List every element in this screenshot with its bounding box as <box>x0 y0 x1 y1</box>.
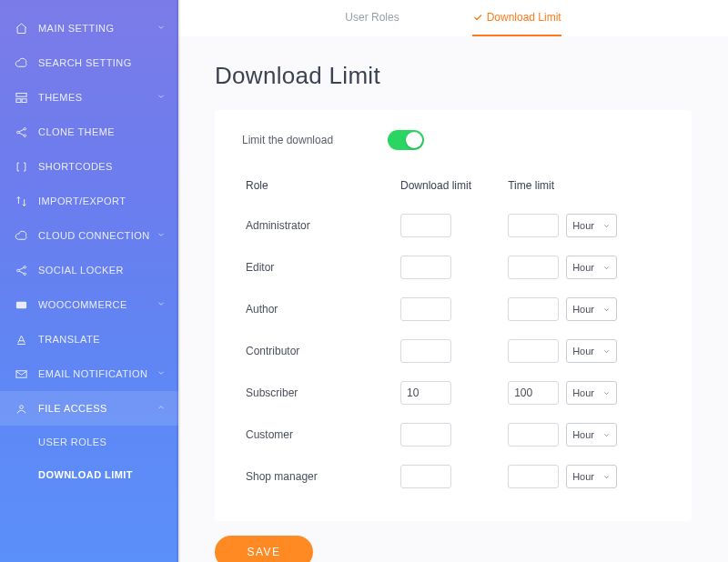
time-unit-value: Hour <box>572 387 594 398</box>
user-icon <box>13 402 29 416</box>
sidebar-item-label: EMAIL NOTIFICATION <box>38 368 147 379</box>
svg-rect-10 <box>15 370 25 377</box>
time-limit-input[interactable] <box>508 297 559 321</box>
sidebar-item-label: MAIN SETTING <box>38 23 115 34</box>
svg-point-11 <box>19 405 23 408</box>
download-limit-input[interactable] <box>400 423 451 447</box>
table-row: CustomerHour <box>242 414 664 456</box>
table-row: ContributorHour <box>242 330 664 372</box>
role-cell: Shop manager <box>242 456 397 497</box>
sidebar-item-clone-theme[interactable]: CLONE THEME <box>0 115 178 149</box>
roles-table: Role Download limit Time limit Administr… <box>242 172 664 497</box>
time-unit-value: Hour <box>572 304 594 315</box>
download-limit-input[interactable] <box>400 339 451 363</box>
sidebar-item-import-export[interactable]: IMPORT/EXPORT <box>0 184 178 218</box>
layout-icon <box>13 91 29 105</box>
time-limit-input[interactable] <box>508 465 559 488</box>
sidebar-item-label: WOOCOMMERCE <box>38 299 127 310</box>
time-unit-value: Hour <box>572 346 594 356</box>
role-cell: Author <box>242 288 397 330</box>
role-cell: Editor <box>242 246 397 288</box>
sidebar-item-label: FILE ACCESS <box>38 403 107 414</box>
time-unit-value: Hour <box>572 471 594 482</box>
time-unit-select[interactable]: Hour <box>566 339 617 363</box>
mail-icon <box>13 367 29 381</box>
time-unit-value: Hour <box>572 262 594 273</box>
cloud-icon <box>13 229 29 243</box>
chevron-down-icon <box>602 264 611 272</box>
time-unit-value: Hour <box>572 220 594 231</box>
download-limit-input[interactable] <box>400 465 451 488</box>
sidebar-item-email-notification[interactable]: EMAIL NOTIFICATION <box>0 356 178 391</box>
th-time-limit: Time limit <box>504 172 664 205</box>
sidebar-item-woocommerce[interactable]: WOOCOMMERCE <box>0 287 178 322</box>
chevron-down-icon <box>602 347 611 356</box>
check-icon <box>472 12 483 23</box>
download-limit-input[interactable] <box>400 256 451 279</box>
tab-user-roles[interactable]: User Roles <box>345 0 399 36</box>
chevron-down-icon <box>602 389 611 397</box>
save-button[interactable]: SAVE <box>215 536 313 562</box>
svg-rect-2 <box>22 98 26 102</box>
submenu-item-download-limit[interactable]: DOWNLOAD LIMIT <box>0 458 178 491</box>
tab-label: Download Limit <box>487 11 561 24</box>
brackets-icon <box>13 160 29 174</box>
sidebar-item-main-setting[interactable]: MAIN SETTING <box>0 11 178 45</box>
time-limit-input[interactable] <box>508 214 559 237</box>
download-limit-input[interactable] <box>400 214 451 237</box>
submenu-item-user-roles[interactable]: USER ROLES <box>0 426 178 458</box>
sidebar-item-file-access[interactable]: FILE ACCESS <box>0 391 178 426</box>
sidebar-item-label: CLOUD CONNECTION <box>38 230 150 241</box>
toggle-label: Limit the download <box>242 134 333 146</box>
chevron-down-icon <box>157 92 166 103</box>
content: Download Limit Limit the download Role D… <box>178 36 728 562</box>
sidebar-item-label: SEARCH SETTING <box>38 57 132 68</box>
download-limit-input[interactable] <box>400 381 451 405</box>
sidebar-item-themes[interactable]: THEMES <box>0 80 178 115</box>
time-limit-input[interactable] <box>508 381 559 405</box>
time-limit-input[interactable] <box>508 256 559 279</box>
share-icon <box>13 125 29 139</box>
page-title: Download Limit <box>215 62 692 90</box>
chevron-down-icon <box>157 230 166 241</box>
sidebar-item-cloud-connection[interactable]: CLOUD CONNECTION <box>0 218 178 253</box>
tabs: User Roles Download Limit <box>178 0 728 36</box>
time-limit-input[interactable] <box>508 339 559 363</box>
sidebar-item-translate[interactable]: TRANSLATE <box>0 322 178 356</box>
sidebar-item-shortcodes[interactable]: SHORTCODES <box>0 149 178 184</box>
chevron-down-icon <box>602 222 611 230</box>
th-download-limit: Download limit <box>397 172 504 205</box>
sidebar-item-social-locker[interactable]: SOCIAL LOCKER <box>0 253 178 287</box>
sidebar-item-label: IMPORT/EXPORT <box>38 196 126 206</box>
sidebar-item-label: TRANSLATE <box>38 334 100 345</box>
tab-label: User Roles <box>345 11 399 24</box>
time-unit-select[interactable]: Hour <box>566 214 617 237</box>
cloud-icon <box>13 56 29 70</box>
th-role: Role <box>242 172 397 205</box>
time-unit-select[interactable]: Hour <box>566 297 617 321</box>
time-unit-select[interactable]: Hour <box>566 256 617 279</box>
sidebar-item-search-setting[interactable]: SEARCH SETTING <box>0 45 178 80</box>
share-icon <box>13 264 29 277</box>
svg-point-4 <box>24 127 26 130</box>
home-icon <box>13 22 29 35</box>
time-unit-select[interactable]: Hour <box>566 465 617 488</box>
chevron-down-icon <box>602 306 611 314</box>
download-limit-input[interactable] <box>400 297 451 321</box>
time-unit-select[interactable]: Hour <box>566 381 617 405</box>
role-cell: Contributor <box>242 330 397 372</box>
svg-point-7 <box>24 266 26 268</box>
toggle-knob <box>406 132 422 148</box>
limit-download-toggle[interactable] <box>388 130 424 150</box>
sidebar: MAIN SETTING SEARCH SETTING THEMES CLONE… <box>0 0 178 562</box>
sidebar-menu: MAIN SETTING SEARCH SETTING THEMES CLONE… <box>0 0 178 491</box>
svg-point-6 <box>16 269 19 272</box>
svg-rect-1 <box>15 98 20 102</box>
tab-download-limit[interactable]: Download Limit <box>472 0 561 36</box>
time-unit-select[interactable]: Hour <box>566 423 617 447</box>
time-limit-input[interactable] <box>508 423 559 447</box>
svg-point-5 <box>24 135 26 137</box>
time-unit-value: Hour <box>572 429 594 440</box>
sidebar-item-label: SOCIAL LOCKER <box>38 265 124 276</box>
swap-icon <box>13 195 29 208</box>
